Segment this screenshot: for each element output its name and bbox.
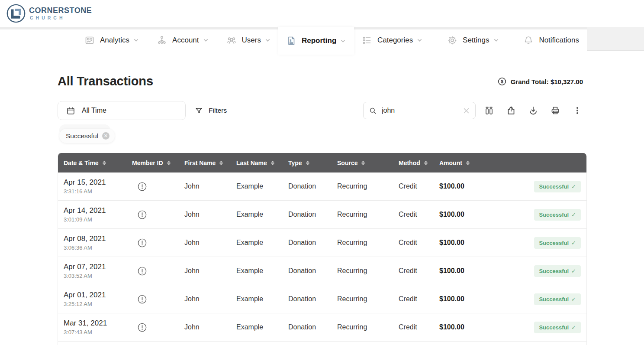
nav-label: Account bbox=[172, 36, 199, 45]
table-body: Apr 15, 2021 3:31:16 AM John Example Don… bbox=[58, 172, 586, 342]
cell-source: Recurring bbox=[332, 239, 393, 247]
cell-type: Donation bbox=[283, 211, 332, 218]
column-header-member-id[interactable]: Member ID bbox=[126, 159, 179, 166]
table-row[interactable]: Apr 01, 2021 3:25:12 AM John Example Don… bbox=[58, 285, 586, 313]
cell-last-name: Example bbox=[231, 323, 283, 331]
cell-date-time: Apr 07, 2021 3:03:52 AM bbox=[58, 263, 126, 279]
cell-member-id bbox=[126, 266, 179, 276]
filter-funnel-icon bbox=[195, 107, 203, 115]
sort-icon bbox=[306, 161, 309, 165]
column-header-method[interactable]: Method bbox=[393, 159, 434, 166]
cell-status: Successful ✓ bbox=[490, 181, 586, 192]
cell-member-id bbox=[126, 294, 179, 304]
nav-label: Analytics bbox=[100, 36, 129, 45]
date-range-button[interactable]: All Time bbox=[58, 101, 186, 120]
column-header-first-name[interactable]: First Name bbox=[179, 159, 231, 166]
check-icon: ✓ bbox=[571, 296, 576, 303]
page-title: All Transactions bbox=[58, 74, 153, 88]
info-exclamation-icon[interactable] bbox=[137, 266, 147, 276]
download-icon[interactable] bbox=[528, 105, 538, 116]
cell-method: Credit bbox=[393, 211, 434, 218]
table-row[interactable]: Apr 14, 2021 3:01:09 AM John Example Don… bbox=[58, 201, 586, 229]
settings-gear-icon bbox=[447, 35, 457, 46]
cell-date-time: Apr 01, 2021 3:25:12 AM bbox=[58, 291, 126, 307]
table-row[interactable]: Apr 07, 2021 3:03:52 AM John Example Don… bbox=[58, 257, 586, 285]
brand-subtitle: CHURCH bbox=[30, 16, 92, 20]
categories-icon bbox=[362, 35, 372, 46]
nav-tab-reporting-active: $ Reporting bbox=[278, 27, 354, 55]
filter-chip-label: Successful bbox=[66, 132, 98, 140]
nav-label: Reporting bbox=[302, 36, 336, 45]
table-toolbar bbox=[484, 105, 583, 116]
column-header-type[interactable]: Type bbox=[283, 159, 332, 166]
search-input[interactable] bbox=[382, 107, 458, 114]
chevron-down-icon bbox=[340, 38, 346, 44]
info-exclamation-icon[interactable] bbox=[137, 182, 147, 192]
grand-total: $ Grand Total: $10,327.00 bbox=[498, 77, 583, 90]
brand-logo[interactable]: CORNERSTONE CHURCH bbox=[6, 3, 92, 23]
cell-last-name: Example bbox=[231, 295, 283, 303]
chevron-down-icon bbox=[203, 37, 209, 43]
nav-item-users[interactable]: Users bbox=[226, 35, 270, 46]
cell-method: Credit bbox=[393, 182, 434, 190]
info-exclamation-icon[interactable] bbox=[137, 210, 147, 220]
sort-icon bbox=[103, 161, 106, 165]
svg-text:$: $ bbox=[501, 79, 503, 84]
brand-logo-icon bbox=[6, 3, 26, 23]
nav-corner bbox=[587, 27, 644, 51]
search-clear-icon[interactable] bbox=[463, 107, 470, 114]
sort-icon bbox=[424, 161, 428, 165]
columns-icon[interactable] bbox=[484, 105, 494, 116]
check-icon: ✓ bbox=[571, 324, 576, 331]
filter-chip-successful[interactable]: Successful ✕ bbox=[59, 129, 115, 143]
cell-first-name: John bbox=[179, 239, 231, 247]
cell-source: Recurring bbox=[332, 267, 393, 275]
column-header-amount[interactable]: Amount bbox=[434, 159, 490, 166]
nav-item-account[interactable]: Account bbox=[157, 35, 208, 46]
column-header-last-name[interactable]: Last Name bbox=[231, 159, 283, 166]
cell-amount: $100.00 bbox=[434, 267, 490, 275]
nav-label: Categories bbox=[377, 36, 413, 45]
sort-icon bbox=[219, 161, 223, 165]
check-icon: ✓ bbox=[571, 268, 576, 274]
cell-member-id bbox=[126, 182, 179, 192]
search-box bbox=[363, 102, 476, 119]
chip-remove-icon[interactable]: ✕ bbox=[102, 132, 109, 140]
app: CORNERSTONE CHURCH Analytics bbox=[0, 0, 644, 345]
cell-amount: $100.00 bbox=[434, 211, 490, 218]
table-row[interactable]: Apr 08, 2021 3:06:36 AM John Example Don… bbox=[58, 229, 586, 257]
info-exclamation-icon[interactable] bbox=[137, 294, 147, 304]
cell-first-name: John bbox=[179, 267, 231, 275]
more-vertical-icon[interactable] bbox=[572, 105, 583, 116]
table-row[interactable]: Mar 31, 2021 3:07:43 AM John Example Don… bbox=[58, 313, 586, 342]
cell-type: Donation bbox=[283, 323, 332, 331]
reporting-icon: $ bbox=[286, 36, 296, 46]
cell-status: Successful ✓ bbox=[490, 209, 586, 221]
cell-amount: $100.00 bbox=[434, 295, 490, 303]
nav-group-left: Analytics Account bbox=[77, 29, 278, 51]
calendar-icon bbox=[66, 106, 75, 115]
print-icon[interactable] bbox=[550, 105, 560, 116]
status-badge: Successful ✓ bbox=[534, 293, 581, 305]
export-share-icon[interactable] bbox=[506, 105, 516, 116]
notifications-bell-icon bbox=[523, 35, 534, 46]
filters-button[interactable]: Filters bbox=[195, 101, 227, 120]
info-exclamation-icon[interactable] bbox=[137, 238, 147, 248]
cell-last-name: Example bbox=[231, 267, 283, 275]
column-header-source[interactable]: Source bbox=[332, 159, 393, 166]
column-header-date[interactable]: Date & Time bbox=[58, 159, 126, 166]
cell-date-time: Apr 15, 2021 3:31:16 AM bbox=[58, 178, 126, 195]
cell-last-name: Example bbox=[231, 182, 283, 190]
brand-name: CORNERSTONE bbox=[29, 7, 92, 14]
check-icon: ✓ bbox=[571, 183, 576, 190]
cell-source: Recurring bbox=[332, 323, 393, 331]
nav-item-categories[interactable]: Categories bbox=[362, 35, 422, 46]
nav-item-analytics[interactable]: Analytics bbox=[84, 35, 139, 46]
status-badge: Successful ✓ bbox=[534, 265, 581, 277]
cell-source: Recurring bbox=[332, 211, 393, 218]
nav-item-settings[interactable]: Settings bbox=[447, 35, 499, 46]
info-exclamation-icon[interactable] bbox=[137, 322, 147, 332]
table-row[interactable]: Apr 15, 2021 3:31:16 AM John Example Don… bbox=[58, 172, 586, 201]
nav-item-reporting[interactable]: $ Reporting bbox=[286, 36, 346, 46]
nav-item-notifications[interactable]: Notifications bbox=[523, 35, 579, 46]
